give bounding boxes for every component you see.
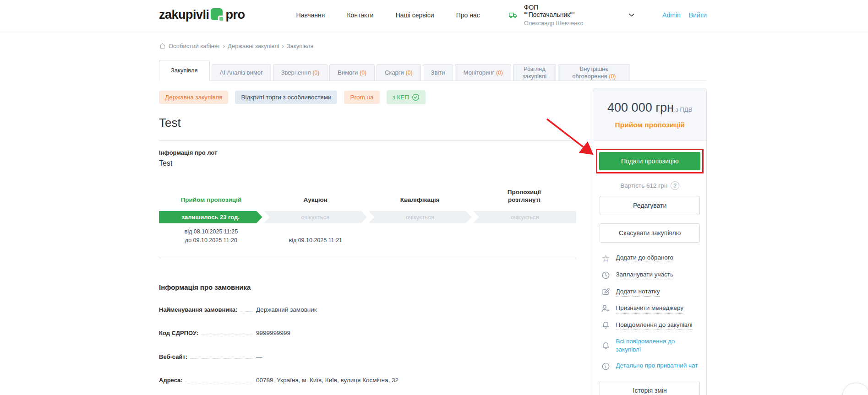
- user-plus-icon: [601, 304, 611, 313]
- status-badge: Прийом пропозицій: [597, 121, 703, 129]
- truck-icon: [508, 9, 519, 21]
- breadcrumb-cabinet[interactable]: Особистий кабінет: [169, 43, 220, 49]
- divider: [159, 141, 576, 141]
- info-icon: [601, 362, 611, 371]
- nav-item-contacts[interactable]: Контакти: [347, 11, 373, 19]
- badge-open-tender: Відкриті торги з особливостями: [235, 91, 337, 104]
- nav-item-training[interactable]: Навчання: [296, 11, 325, 19]
- logout-link[interactable]: Вийти: [689, 11, 707, 19]
- tab-ai-analysis[interactable]: AI Аналіз вимог: [212, 64, 271, 81]
- clock-icon: [601, 271, 611, 280]
- note-edit-icon: [601, 287, 611, 296]
- progress-segment-pending: очікується: [368, 211, 472, 223]
- progress-bar: залишилось 23 год. очікується очікується…: [159, 211, 576, 223]
- tab-reports[interactable]: Звіти: [423, 64, 453, 81]
- breadcrumb-state-purchases[interactable]: Державні закупівлі: [228, 43, 279, 49]
- top-header: zakupivli pro Навчання Контакти Наші сер…: [0, 0, 868, 30]
- progress-segment-pending: очікується: [264, 211, 367, 223]
- stage-timeline: Прийом пропозицій Аукціон Кваліфікація П…: [159, 189, 576, 245]
- home-icon[interactable]: [159, 43, 166, 49]
- breadcrumb-sep: ›: [223, 43, 225, 49]
- add-note-link[interactable]: Додати нотатку: [601, 287, 699, 297]
- cost-note: Вартість 612 грн ?: [600, 181, 700, 190]
- bell-icon: [601, 321, 611, 330]
- tab-appeals[interactable]: Звернення(0): [273, 64, 328, 81]
- annotation-highlight-box: Подати пропозицію: [596, 149, 704, 173]
- submit-proposal-button[interactable]: Подати пропозицію: [599, 152, 700, 170]
- logo[interactable]: zakupivli pro: [159, 8, 245, 22]
- stage-dates-proposals: від 08.10.2025 11:25 до 09.10.2025 11:20: [159, 227, 263, 245]
- account-user: Олександр Шевченко: [524, 20, 584, 27]
- schedule-participation-link[interactable]: Запланувати участь: [601, 271, 699, 280]
- stage-label-proposals: Прийом пропозицій: [159, 196, 263, 204]
- assign-manager-link[interactable]: Призначити менеджеру: [601, 304, 699, 314]
- lot-info-value: Test: [159, 159, 576, 168]
- check-circle-icon: [412, 93, 420, 101]
- purchase-notifications-link[interactable]: Повідомлення до закупівлі: [601, 321, 699, 330]
- account-company: ФОП ""Постачальник"": [524, 4, 584, 18]
- stage-label-reviewed: Пропозиції розглянуті: [472, 189, 577, 204]
- tab-internal-discussion[interactable]: Внутрішнє обговорення(0): [558, 64, 630, 81]
- breadcrumb-purchase: Закупівля: [287, 43, 314, 49]
- chat-fab[interactable]: [842, 383, 868, 395]
- admin-link[interactable]: Admin: [662, 11, 681, 19]
- logo-text-left: zakupivli: [159, 8, 209, 22]
- progress-segment-active: залишилось 23 год.: [159, 211, 262, 223]
- cancel-purchase-button[interactable]: Скасувати закупівлю: [600, 223, 700, 243]
- main-nav: Навчання Контакти Наші сервіси Про нас: [296, 11, 480, 19]
- field-customer-name: Найменування замовника: Державний замовн…: [159, 305, 576, 315]
- page-title: Test: [159, 116, 576, 130]
- budget-amount: 400 000 грн: [607, 101, 674, 114]
- divider: [159, 258, 576, 258]
- field-edrpou: Код ЄДРПОУ: 9999999999: [159, 328, 576, 338]
- stage-label-auction: Аукціон: [263, 196, 368, 204]
- customer-section-heading: Інформація про замовника: [159, 283, 576, 291]
- tab-bar: Закупівля AI Аналіз вимог Звернення(0) В…: [159, 60, 707, 81]
- badge-kep: з КЕП: [387, 90, 426, 104]
- lot-info-label: Інформація про лот: [159, 149, 576, 156]
- star-icon: ☆: [601, 254, 611, 263]
- field-website: Веб-сайт: —: [159, 352, 576, 362]
- add-to-favorites-link[interactable]: ☆ Додати до обраного: [601, 254, 699, 263]
- account-widget[interactable]: ФОП ""Постачальник"" Олександр Шевченко: [508, 4, 584, 27]
- badge-row: Державна закупівля Відкриті торги з особ…: [159, 90, 576, 104]
- nav-item-services[interactable]: Наші сервіси: [396, 11, 434, 19]
- private-chat-info-link[interactable]: Детально про приватний чат: [601, 362, 699, 371]
- tab-monitoring[interactable]: Моніторинг(0): [455, 64, 511, 81]
- chevron-down-icon[interactable]: [628, 11, 636, 19]
- bell-icon: [601, 341, 611, 350]
- purchase-sidebar: 400 000 грнз ПДВ Прийом пропозицій Подат…: [593, 88, 707, 395]
- breadcrumb: Особистий кабінет › Державні закупівлі ›…: [159, 43, 707, 49]
- tab-purchase[interactable]: Закупівля: [159, 60, 210, 81]
- edit-button[interactable]: Редагувати: [600, 196, 700, 215]
- action-links: ☆ Додати до обраного Запланувати участь: [600, 254, 700, 371]
- progress-segment-pending: очікується: [473, 211, 577, 223]
- help-icon[interactable]: ?: [671, 181, 679, 190]
- tab-complaints[interactable]: Скарги(0): [377, 64, 421, 81]
- field-address: Адреса: 00789, Україна, м. Київ, Київ, в…: [159, 375, 576, 385]
- tab-review[interactable]: Розгляд закупівлі: [513, 64, 556, 81]
- breadcrumb-sep: ›: [282, 43, 284, 49]
- badge-promua: Prom.ua: [344, 91, 379, 104]
- stage-dates-auction: від 09.10.2025 11:21: [263, 236, 368, 245]
- tab-requirements[interactable]: Вимоги(0): [329, 64, 375, 81]
- logo-text-right: pro: [226, 8, 245, 22]
- nav-item-about[interactable]: Про нас: [456, 11, 480, 19]
- main-content: Державна закупівля Відкриті торги з особ…: [159, 81, 576, 395]
- badge-state-purchase: Державна закупівля: [159, 91, 228, 104]
- price-block: 400 000 грнз ПДВ Прийом пропозицій: [593, 88, 706, 141]
- history-button[interactable]: Історія змін: [600, 381, 700, 395]
- vat-note: з ПДВ: [676, 106, 692, 113]
- logo-icon: [211, 8, 224, 22]
- stage-label-qualification: Кваліфікація: [368, 196, 472, 204]
- all-notifications-link[interactable]: Всі повідомлення до закупівлі: [601, 337, 699, 354]
